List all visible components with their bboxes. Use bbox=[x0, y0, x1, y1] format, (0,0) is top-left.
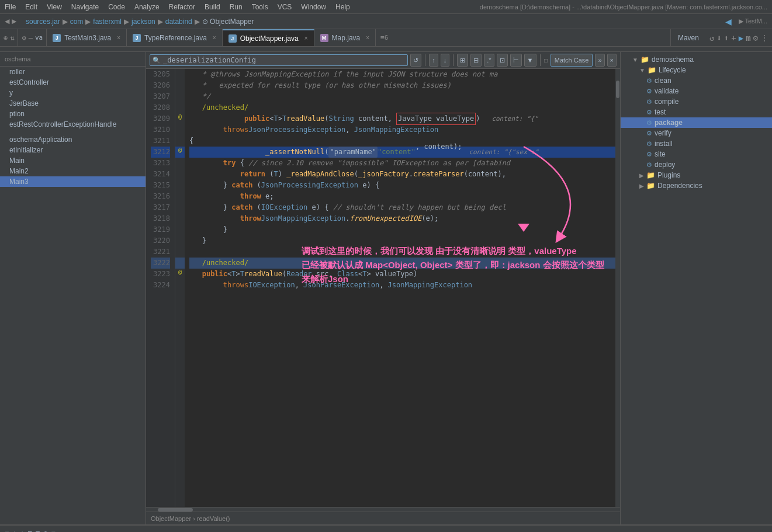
maven-dependencies-parent[interactable]: ▶ 📁 Dependencies bbox=[621, 180, 772, 191]
sidebar-item-main2[interactable]: Main2 bbox=[0, 166, 146, 176]
maven-download-icon[interactable]: ⬇ bbox=[716, 33, 721, 43]
tab-objectmapper-close[interactable]: × bbox=[304, 35, 308, 41]
scrollbar-vertical[interactable] bbox=[615, 69, 620, 507]
menu-help[interactable]: Help bbox=[335, 3, 350, 11]
maven-deploy[interactable]: ⚙ deploy bbox=[621, 159, 772, 170]
sidebar-item-estcontroller[interactable]: estController bbox=[0, 77, 146, 88]
menu-refactor[interactable]: Refactor bbox=[169, 3, 195, 11]
maven-m-icon[interactable]: m bbox=[746, 33, 750, 43]
scrollbar-thumb[interactable] bbox=[616, 81, 619, 98]
menu-run[interactable]: Run bbox=[230, 3, 243, 11]
bottom-up-icon[interactable]: ↑ bbox=[12, 529, 16, 533]
code-line-3214: return (T) _readMapAndClose(_jsonFactory… bbox=[189, 169, 615, 180]
find-word-btn[interactable]: ⊟ bbox=[470, 54, 482, 67]
maven-settings-icon[interactable]: ⚙ bbox=[753, 33, 758, 43]
bottom-remove-icon[interactable]: ⊟ bbox=[36, 529, 40, 533]
find-refresh-btn[interactable]: ↺ bbox=[410, 54, 421, 67]
find-down-btn[interactable]: ↓ bbox=[441, 54, 450, 67]
tab-dash-icon[interactable]: — bbox=[29, 34, 33, 42]
cn-line2: 已经被默认认成 Map<Object, Object> 类型了，即：jackso… bbox=[302, 258, 604, 272]
tab-java-icon3: J bbox=[229, 34, 237, 43]
maven-root[interactable]: ▼ 📁 demoschema bbox=[621, 54, 772, 65]
maven-upload-icon[interactable]: ⬆ bbox=[724, 33, 729, 43]
bottom-settings-icon[interactable]: ⚙ bbox=[43, 529, 47, 533]
find-close-btn[interactable]: × bbox=[607, 54, 617, 67]
menu-edit[interactable]: Edit bbox=[25, 3, 37, 11]
sidebar-item-main[interactable]: Main bbox=[0, 155, 146, 166]
bc-jackson[interactable]: jackson bbox=[131, 18, 155, 26]
tab-map[interactable]: M Map.java × bbox=[314, 29, 376, 46]
maven-site[interactable]: ⚙ site bbox=[621, 149, 772, 159]
tab-typereference-close[interactable]: × bbox=[213, 34, 216, 41]
code-content[interactable]: * @throws JsonMappingException if the in… bbox=[185, 69, 620, 507]
find-regex-btn[interactable]: .* bbox=[484, 54, 494, 67]
sidebar-item-oschemaapplication[interactable]: oschemaApplication bbox=[0, 134, 146, 145]
match-case-btn[interactable]: Match Case bbox=[551, 54, 593, 67]
maven-plugins-parent[interactable]: ▶ 📁 Plugins bbox=[621, 170, 772, 180]
find-filter-btn[interactable]: ▼ bbox=[524, 54, 536, 67]
maven-clean[interactable]: ⚙ clean bbox=[621, 75, 772, 86]
sidebar-item-restcontrollerexceptionhandle[interactable]: estRestControllerExceptionHandle bbox=[0, 119, 146, 130]
bottom-add-icon[interactable]: ⊞ bbox=[28, 529, 32, 533]
bookmark-icon[interactable]: ◀ bbox=[725, 17, 732, 26]
maven-install[interactable]: ⚙ install bbox=[621, 138, 772, 149]
menu-analyze[interactable]: Analyze bbox=[134, 3, 160, 11]
sidebar-item-main3[interactable]: Main3 bbox=[0, 176, 146, 187]
ln-3222: 3222 bbox=[151, 258, 170, 269]
sidebar-item-roller[interactable]: roller bbox=[0, 67, 146, 77]
find-preserve-btn[interactable]: ⊢ bbox=[510, 54, 522, 67]
menu-navigate[interactable]: Navigate bbox=[71, 3, 99, 11]
sidebar-item-etinitializer[interactable]: etInitializer bbox=[0, 145, 146, 155]
maven-run-icon[interactable]: ▶ bbox=[739, 33, 743, 43]
find-more-btn[interactable]: » bbox=[595, 54, 604, 67]
maven-tab[interactable]: Maven bbox=[671, 29, 706, 46]
menu-tools[interactable]: Tools bbox=[252, 3, 268, 11]
maven-compile[interactable]: ⚙ compile bbox=[621, 96, 772, 107]
menu-view[interactable]: View bbox=[47, 3, 62, 11]
menu-window[interactable]: Window bbox=[301, 3, 326, 11]
tab-objectmapper[interactable]: J ObjectMapper.java × bbox=[223, 29, 314, 46]
sidebar-item-y[interactable]: y bbox=[0, 88, 146, 98]
find-wrap-btn[interactable]: ⊞ bbox=[457, 54, 468, 67]
nav-back[interactable]: ◀ bbox=[5, 18, 9, 25]
menu-vcs[interactable]: VCS bbox=[278, 3, 292, 11]
code-breadcrumb: ObjectMapper › readValue() bbox=[146, 512, 620, 524]
maven-lifecycle-parent[interactable]: ▼ 📁 Lifecycle bbox=[621, 65, 772, 75]
maven-add-icon[interactable]: + bbox=[731, 33, 736, 43]
tab-testmain3-close[interactable]: × bbox=[117, 34, 120, 41]
tab-split-icon[interactable]: ⇅ bbox=[10, 34, 14, 42]
search-input-wrap[interactable]: 🔍 bbox=[150, 54, 408, 66]
sidebar-item-userbase[interactable]: JserBase bbox=[0, 98, 146, 109]
maven-validate[interactable]: ⚙ validate bbox=[621, 86, 772, 96]
bottom-list-icon[interactable]: ≡ bbox=[5, 529, 9, 533]
tab-map-close[interactable]: × bbox=[366, 34, 369, 41]
tab-typereference[interactable]: J TypeReference.java × bbox=[127, 29, 223, 46]
search-input[interactable] bbox=[163, 56, 405, 64]
bottom-down-icon[interactable]: ↓ bbox=[20, 529, 24, 533]
scrollbar-horizontal[interactable] bbox=[146, 507, 620, 512]
nav-forward[interactable]: ▶ bbox=[12, 18, 16, 25]
sidebar-item-ption[interactable]: ption bbox=[0, 109, 146, 119]
find-up-btn[interactable]: ↑ bbox=[429, 54, 438, 67]
bc-databind[interactable]: databind bbox=[165, 18, 192, 26]
tab-extras[interactable]: ≡6 bbox=[376, 29, 393, 46]
menu-file[interactable]: File bbox=[5, 3, 16, 11]
maven-refresh-icon[interactable]: ↺ bbox=[709, 33, 714, 43]
settings-icon[interactable]: ⚙ bbox=[22, 34, 26, 42]
bc-sources[interactable]: sources.jar bbox=[26, 18, 60, 26]
maven-more-icon[interactable]: ⋮ bbox=[760, 33, 768, 43]
tab-testmain3[interactable]: J TestMain3.java × bbox=[47, 29, 127, 46]
tab-extras-label: ≡6 bbox=[380, 34, 388, 41]
find-multiline-btn[interactable]: ⊡ bbox=[497, 54, 508, 67]
maven-package[interactable]: ⚙ package bbox=[621, 117, 772, 128]
testmain-ref[interactable]: ▶ TestM... bbox=[739, 18, 767, 25]
tab-globe-icon[interactable]: ⊕ bbox=[4, 34, 8, 42]
menu-code[interactable]: Code bbox=[108, 3, 125, 11]
maven-verify[interactable]: ⚙ verify bbox=[621, 128, 772, 138]
bc-fasterxml[interactable]: fasterxml bbox=[93, 18, 122, 26]
maven-test[interactable]: ⚙ test bbox=[621, 107, 772, 117]
bc-com[interactable]: com bbox=[70, 18, 84, 26]
menu-build[interactable]: Build bbox=[205, 3, 220, 11]
bottom-more-icon[interactable]: ≡ bbox=[51, 529, 55, 533]
tab-java-icon: J bbox=[53, 34, 61, 42]
